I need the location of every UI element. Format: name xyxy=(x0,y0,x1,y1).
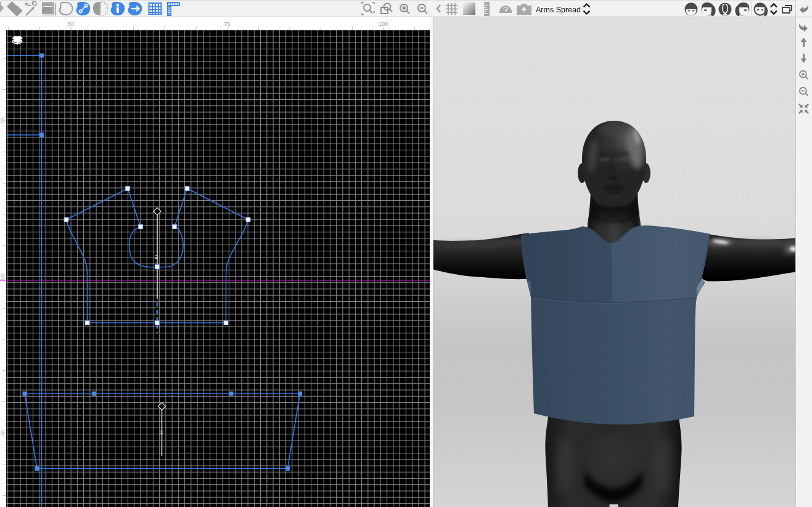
svg-text:50: 50 xyxy=(0,274,6,280)
svg-text:50: 50 xyxy=(68,21,74,27)
svg-text:75: 75 xyxy=(224,21,230,27)
svg-text:3: 3 xyxy=(160,429,163,436)
svg-text:100: 100 xyxy=(379,21,388,27)
svg-text:75: 75 xyxy=(0,430,6,436)
svg-text:Arms Spread: Arms Spread xyxy=(536,6,581,14)
svg-text:25: 25 xyxy=(0,118,6,124)
svg-text:2: 2 xyxy=(155,254,158,260)
